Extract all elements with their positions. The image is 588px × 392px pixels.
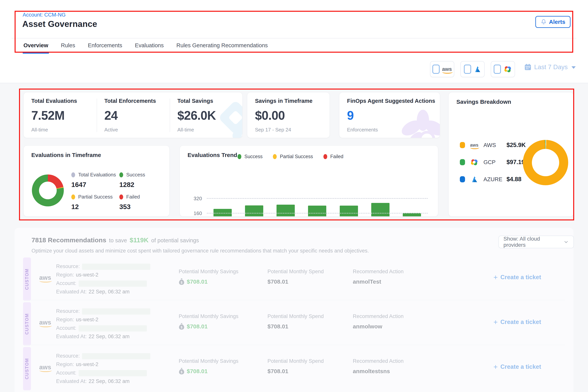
evaluated-value: 22 Sep, 06:32 am <box>88 289 130 294</box>
card-evaluations-in-timeframe: Evaluations in Timeframe Total Evaluatio… <box>24 146 170 216</box>
evaluations-trend-title: Evaluations Trend <box>188 152 237 158</box>
stat-sub: Active <box>104 127 168 133</box>
trend-plot <box>207 169 428 216</box>
region-label: Region: <box>56 317 74 322</box>
eval-legend-failed: Failed353 <box>119 194 167 210</box>
spend-value: $708.01 <box>268 278 324 285</box>
resource-label: Resource: <box>56 308 80 314</box>
alerts-button[interactable]: Alerts <box>535 16 570 28</box>
potential-monthly-savings: Potential Monthly Savings $ $708.01 <box>179 314 238 330</box>
date-range-selector[interactable]: Last 7 Days <box>524 64 576 71</box>
tab-evaluations[interactable]: Evaluations <box>134 41 164 54</box>
provider-filter-aws[interactable]: aws <box>430 61 454 77</box>
tab-rules[interactable]: Rules <box>60 41 76 54</box>
resource-label: Resource: <box>56 264 80 269</box>
create-ticket-button[interactable]: + Create a ticket <box>494 318 541 326</box>
alerts-label: Alerts <box>549 19 565 25</box>
bar-segment-success <box>214 209 232 216</box>
stat-label: Total Evaluations <box>31 98 95 104</box>
row-separator <box>23 300 565 300</box>
redacted-value <box>78 370 147 376</box>
create-ticket-button[interactable]: + Create a ticket <box>494 274 541 281</box>
provider-filters: aws <box>430 61 515 77</box>
trend-legend: SuccessPartial SuccessFailed <box>238 154 344 159</box>
bar-09/22 <box>371 203 390 216</box>
stat-total-evaluations: Total Evaluations 7.52M All-time <box>31 98 95 133</box>
checkbox[interactable] <box>432 64 440 74</box>
recommendation-row[interactable]: CUSTOM aws Resource: Region:us-west-2 Ac… <box>23 347 565 390</box>
action-label: Recommended Action <box>353 269 404 274</box>
svg-text:$: $ <box>181 370 182 374</box>
azure-logo-icon <box>470 176 478 182</box>
evaluations-timeframe-title: Evaluations in Timeframe <box>31 152 101 158</box>
stat-label: Total Enforcements <box>104 98 168 104</box>
stat-value: $0.00 <box>255 108 322 122</box>
breakdown-legend-gcp: GCP$97.19 <box>460 157 526 168</box>
header-divider <box>12 38 576 38</box>
resource-fields: Resource: Region:us-west-2 Account: Eval… <box>56 352 150 386</box>
stat-value: 24 <box>104 108 168 122</box>
action-value: anmolTest <box>353 278 404 285</box>
aws-logo-icon: aws <box>39 274 51 281</box>
y-tick-320: 320 <box>186 196 202 202</box>
redacted-value <box>82 353 150 359</box>
savings-label: Potential Monthly Savings <box>179 314 238 319</box>
resource-fields: Resource: Region:us-west-2 Account: Eval… <box>56 262 150 296</box>
tag-value: CUSTOM <box>24 313 30 334</box>
create-ticket-button[interactable]: + Create a ticket <box>494 363 541 370</box>
provider-filter-azure[interactable] <box>460 61 484 77</box>
eval-legend-success: Success1282 <box>119 172 167 188</box>
savings-value: $708.01 <box>187 368 208 374</box>
recommended-action: Recommended Action anmolwow <box>353 314 404 330</box>
account-link[interactable]: Account: CCM-NG <box>23 12 66 18</box>
y-tick-160: 160 <box>186 210 202 216</box>
custom-tag: CUSTOM <box>23 347 31 390</box>
aws-logo-icon: aws <box>39 364 51 370</box>
stat-total-enforcements: Total Enforcements 24 Active <box>104 98 168 133</box>
custom-tag: CUSTOM <box>23 258 31 301</box>
provider-filter-gcp[interactable] <box>491 61 515 77</box>
page-title: Asset Governance <box>22 19 97 29</box>
svg-text:$: $ <box>181 326 182 329</box>
card-top-stats: Total Evaluations 7.52M All-time Total E… <box>24 92 242 138</box>
stat-sub: Sep 17 - Sep 24 <box>255 127 322 133</box>
bar-segment-success <box>276 205 295 216</box>
evaluated-label: Evaluated At: <box>56 334 87 339</box>
evaluated-label: Evaluated At: <box>56 378 87 384</box>
bar-09/17 <box>214 209 232 216</box>
evaluated-value: 22 Sep, 06:32 am <box>88 378 130 384</box>
checkbox[interactable] <box>464 64 471 74</box>
potential-monthly-spend: Potential Monthly Spend $708.01 <box>268 314 324 330</box>
tab-rules-generating-recommendations[interactable]: Rules Generating Recommendations <box>176 41 269 54</box>
stat-value: 7.52M <box>31 108 95 122</box>
resource-label: Resource: <box>56 353 80 359</box>
checkbox[interactable] <box>494 64 501 74</box>
recommendation-row[interactable]: CUSTOM aws Resource: Region:us-west-2 Ac… <box>23 258 565 301</box>
tab-overview[interactable]: Overview <box>23 41 49 54</box>
tab-enforcements[interactable]: Enforcements <box>87 41 123 54</box>
potential-monthly-spend: Potential Monthly Spend $708.01 <box>268 269 324 285</box>
aws-logo-icon: aws <box>470 143 478 148</box>
tag-value: CUSTOM <box>24 268 30 290</box>
recommendation-row[interactable]: CUSTOM aws Resource: Region:us-west-2 Ac… <box>23 302 565 346</box>
potential-monthly-spend: Potential Monthly Spend $708.01 <box>268 358 324 374</box>
calendar-icon <box>524 64 532 71</box>
savings-breakdown-title: Savings Breakdown <box>456 98 511 105</box>
breakdown-legend-aws: awsAWS$25.9K <box>460 140 526 150</box>
recommended-action: Recommended Action anmolTest <box>353 269 404 285</box>
stat-label: Savings in Timeframe <box>255 98 322 104</box>
money-bag-icon: $ <box>179 323 184 330</box>
region-label: Region: <box>56 272 74 278</box>
potential-monthly-savings: Potential Monthly Savings $ $708.01 <box>179 358 238 374</box>
potential-monthly-savings: Potential Monthly Savings $ $708.01 <box>179 269 238 285</box>
evaluations-donut <box>32 174 64 206</box>
action-value: anmolwow <box>353 323 404 330</box>
recommendations-section: 7818 Recommendations to save $119K of po… <box>14 228 574 392</box>
bar-segment-success <box>245 206 263 216</box>
spend-label: Potential Monthly Spend <box>268 358 324 364</box>
aws-logo-icon: aws <box>442 67 452 72</box>
evaluated-value: 22 Sep, 06:32 am <box>88 334 130 339</box>
spend-value: $708.01 <box>268 323 324 330</box>
action-label: Recommended Action <box>353 314 404 319</box>
tag-value: CUSTOM <box>24 358 30 379</box>
